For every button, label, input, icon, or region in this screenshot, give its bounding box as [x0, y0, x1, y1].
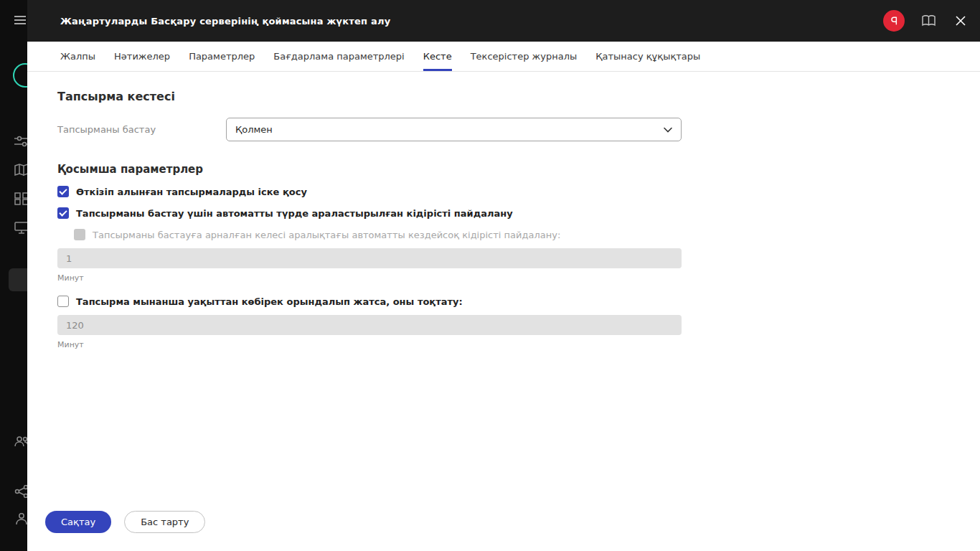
- run-missed-tasks-checkbox[interactable]: Өткізіп алынған тапсырмаларды іске қосу: [57, 186, 951, 197]
- tab-revision-history[interactable]: Тексерістер журналы: [461, 42, 587, 71]
- random-delay-unit-label: Минут: [57, 273, 951, 283]
- scheduled-start-label: Тапсырманы бастау: [57, 124, 226, 135]
- user-account-icon[interactable]: [14, 512, 27, 527]
- brand-logo-icon: [13, 63, 27, 88]
- close-icon[interactable]: [953, 13, 969, 29]
- sidebar: [0, 0, 27, 551]
- tab-results[interactable]: Нәтижелер: [105, 42, 179, 71]
- scheduled-start-value: Қолмен: [235, 124, 273, 135]
- help-docs-icon[interactable]: [919, 12, 938, 29]
- users-icon[interactable]: [14, 435, 27, 450]
- sidebar-active-item-highlight: [9, 268, 27, 291]
- random-interval-delay-checkbox: Тапсырманы бастауға арналған келесі арал…: [74, 229, 951, 240]
- window-title: Жаңартуларды Басқару серверінің қоймасын…: [60, 16, 390, 27]
- task-properties-window: Жаңартуларды Басқару серверінің қоймасын…: [27, 0, 980, 551]
- random-delay-minutes-input: [57, 248, 682, 268]
- header-actions: [883, 10, 969, 32]
- save-button[interactable]: Сақтау: [45, 511, 111, 533]
- hamburger-menu-icon[interactable]: [14, 15, 26, 27]
- section-title: Тапсырма кестесі: [57, 90, 951, 103]
- run-missed-tasks-label: Өткізіп алынған тапсырмаларды іске қосу: [76, 187, 307, 197]
- auto-randomized-delay-label: Тапсырманы бастау үшін автоматты түрде а…: [76, 208, 513, 219]
- dialog-footer: Сақтау Бас тарту: [27, 511, 980, 551]
- tab-settings[interactable]: Параметрлер: [179, 42, 264, 71]
- stop-long-running-label: Тапсырма мынанша уақыттан көбірек орында…: [76, 296, 463, 307]
- cancel-button[interactable]: Бас тарту: [124, 511, 205, 533]
- tab-schedule[interactable]: Кесте: [414, 42, 461, 71]
- chevron-down-icon: [664, 127, 672, 133]
- stop-after-minutes-input: [57, 315, 682, 335]
- devices-icon[interactable]: [14, 221, 27, 236]
- stop-long-running-checkbox[interactable]: Тапсырма мынанша уақыттан көбірек орында…: [57, 296, 951, 307]
- scheduled-start-row: Тапсырманы бастау Қолмен: [57, 118, 951, 141]
- window-header: Жаңартуларды Басқару серверінің қоймасын…: [27, 0, 980, 42]
- sliders-icon[interactable]: [14, 135, 27, 150]
- schedule-tab-content: Тапсырма кестесі Тапсырманы бастау Қолме…: [27, 72, 980, 511]
- tab-application-settings[interactable]: Бағдарлама параметрлері: [264, 42, 413, 71]
- tab-general[interactable]: Жалпы: [51, 42, 105, 71]
- apps-grid-icon[interactable]: [14, 192, 27, 207]
- checkbox-checked-icon: [57, 207, 69, 219]
- auto-randomized-delay-checkbox[interactable]: Тапсырманы бастау үшін автоматты түрде а…: [57, 207, 951, 219]
- tab-bar: Жалпы Нәтижелер Параметрлер Бағдарлама п…: [27, 42, 980, 72]
- app-root: Жаңартуларды Басқару серверінің қоймасын…: [0, 0, 980, 551]
- tab-access-rights[interactable]: Қатынасу құқықтары: [586, 42, 710, 71]
- advanced-settings-title: Қосымша параметрлер: [57, 163, 951, 176]
- scheduled-start-select[interactable]: Қолмен: [226, 118, 682, 141]
- random-interval-delay-label: Тапсырманы бастауға арналған келесі арал…: [93, 230, 560, 240]
- checkbox-checked-icon: [57, 186, 69, 197]
- stop-after-unit-label: Минут: [57, 340, 951, 349]
- checkbox-unchecked-icon: [57, 296, 69, 307]
- kaspersky-logo-icon: [883, 10, 905, 32]
- map-book-icon[interactable]: [14, 164, 27, 179]
- checkbox-disabled-icon: [74, 229, 85, 240]
- hierarchy-nodes-icon[interactable]: [14, 485, 27, 500]
